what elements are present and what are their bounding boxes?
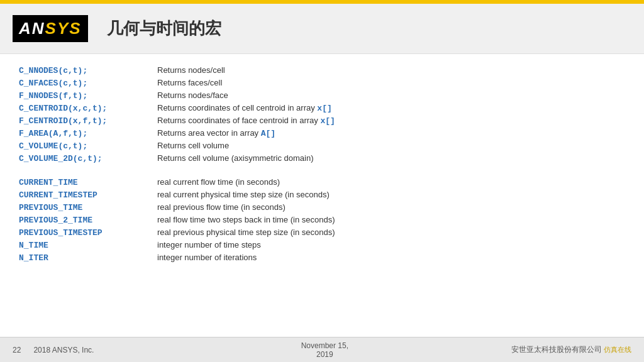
- macro-desc: Returns faces/cell: [157, 78, 625, 87]
- macro-code: F_CENTROID(x,f,t);: [19, 116, 157, 126]
- macro-row-previous-timestep: PREVIOUS_TIMESTEP real previous physical…: [19, 228, 625, 238]
- header: ANSYS 几何与时间的宏: [0, 4, 644, 54]
- footer-org: 安世亚太科技股份有限公司: [511, 345, 602, 354]
- macro-row-cvolume2d: C_VOLUME_2D(c,t); Returns cell volume (a…: [19, 153, 625, 163]
- macro-row-current-timestep: CURRENT_TIMESTEP real current physical t…: [19, 190, 625, 200]
- logo-box: ANSYS: [13, 15, 88, 42]
- footer-right: 安世亚太科技股份有限公司 仿真在线: [511, 344, 631, 355]
- macro-row-nfaces: C_NFACES(c,t); Returns faces/cell: [19, 78, 625, 88]
- footer-left: 22 2018 ANSYS, Inc.: [13, 346, 138, 354]
- macro-row-niter: N_ITER integer number of iterations: [19, 253, 625, 263]
- macro-row-fcentroid: F_CENTROID(x,f,t); Returns coordinates o…: [19, 116, 625, 126]
- content-area: C_NNODES(c,t); Returns nodes/cell C_NFAC…: [0, 54, 644, 343]
- macro-desc: real previous flow time (in seconds): [157, 202, 625, 212]
- macro-code: C_VOLUME(c,t);: [19, 141, 157, 151]
- macro-desc: Returns nodes/cell: [157, 65, 625, 75]
- macro-desc: integer number of iterations: [157, 253, 625, 262]
- page-title: 几何与时间的宏: [107, 18, 221, 40]
- macro-desc: Returns nodes/face: [157, 90, 625, 100]
- macro-desc: Returns coordinates of face centroid in …: [157, 116, 625, 126]
- macro-desc: real previous physical time step size (i…: [157, 228, 625, 237]
- macro-desc: Returns area vector in array A[]: [157, 128, 625, 138]
- macro-desc: real current flow time (in seconds): [157, 177, 625, 187]
- macro-code: N_ITER: [19, 253, 157, 263]
- macro-code: CURRENT_TIME: [19, 178, 157, 187]
- macro-code: C_CENTROID(x,c,t);: [19, 104, 157, 113]
- macro-code: PREVIOUS_TIME: [19, 203, 157, 212]
- footer-date: November 15,2019: [301, 341, 348, 359]
- macro-row-cvolume: C_VOLUME(c,t); Returns cell volume: [19, 141, 625, 151]
- macro-table: C_NNODES(c,t); Returns nodes/cell C_NFAC…: [19, 65, 625, 263]
- macro-row-ccentroid: C_CENTROID(x,c,t); Returns coordinates o…: [19, 103, 625, 113]
- macro-row-farea: F_AREA(A,f,t); Returns area vector in ar…: [19, 128, 625, 138]
- macro-row-previous-2-time: PREVIOUS_2_TIME real flow time two steps…: [19, 215, 625, 225]
- macro-desc: Returns coordinates of cell centroid in …: [157, 103, 625, 113]
- macro-code: C_NFACES(c,t);: [19, 79, 157, 88]
- macro-code: F_AREA(A,f,t);: [19, 129, 157, 138]
- macro-code: PREVIOUS_2_TIME: [19, 216, 157, 225]
- macro-code: F_NNODES(f,t);: [19, 91, 157, 101]
- footer-center: November 15,2019: [138, 341, 511, 359]
- macro-code: C_VOLUME_2D(c,t);: [19, 154, 157, 163]
- macro-desc: real flow time two steps back in time (i…: [157, 215, 625, 224]
- macro-code: C_NNODES(c,t);: [19, 66, 157, 75]
- macro-row-fnnodes: F_NNODES(f,t); Returns nodes/face: [19, 90, 625, 101]
- footer-watermark: 仿真在线: [604, 346, 631, 353]
- macro-desc: Returns cell volume (axisymmetric domain…: [157, 153, 625, 163]
- logo: ANSYS: [19, 19, 82, 38]
- macro-row-current-time: CURRENT_TIME real current flow time (in …: [19, 177, 625, 187]
- footer-company: 2018 ANSYS, Inc.: [33, 346, 94, 354]
- macro-row-previous-time: PREVIOUS_TIME real previous flow time (i…: [19, 202, 625, 212]
- macro-desc: Returns cell volume: [157, 141, 625, 150]
- macro-desc: real current physical time step size (in…: [157, 190, 625, 199]
- macro-row-nnodes: C_NNODES(c,t); Returns nodes/cell: [19, 65, 625, 75]
- macro-code: PREVIOUS_TIMESTEP: [19, 228, 157, 238]
- macro-row-ntime: N_TIME integer number of time steps: [19, 240, 625, 250]
- macro-code: N_TIME: [19, 241, 157, 250]
- macro-code: CURRENT_TIMESTEP: [19, 190, 157, 200]
- page-number: 22: [13, 346, 21, 354]
- footer: 22 2018 ANSYS, Inc. November 15,2019 安世亚…: [0, 337, 644, 362]
- separator: [19, 170, 625, 177]
- macro-desc: integer number of time steps: [157, 240, 625, 250]
